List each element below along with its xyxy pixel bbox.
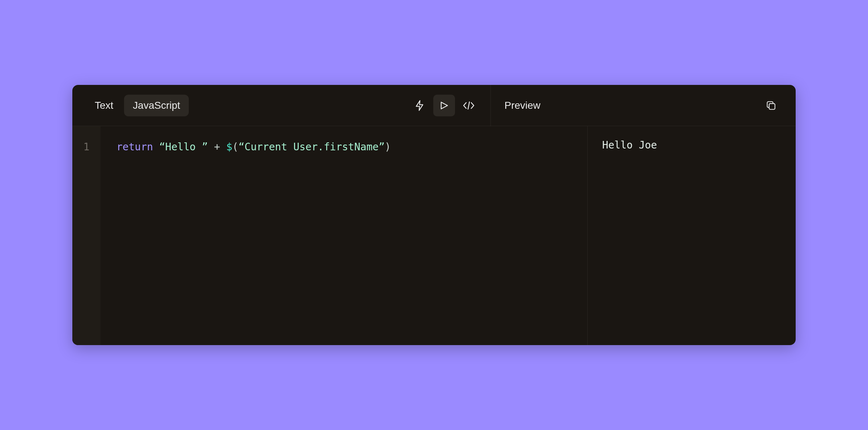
copy-icon[interactable] — [760, 95, 782, 116]
toolbar: Text JavaScript — [72, 85, 796, 126]
tab-javascript[interactable]: JavaScript — [124, 95, 189, 116]
token-operator: + — [214, 141, 220, 153]
toolbar-divider — [490, 85, 491, 126]
line-gutter: 1 — [72, 126, 101, 345]
editor-body: 1 return “Hello ” + $(“Current User.firs… — [72, 126, 796, 345]
token-string: “Current User.firstName” — [238, 141, 385, 153]
play-icon[interactable] — [433, 95, 455, 116]
token-paren: ) — [385, 141, 391, 153]
token-space — [208, 141, 214, 153]
token-space — [220, 141, 226, 153]
toolbar-actions — [409, 95, 480, 116]
code-icon[interactable] — [458, 95, 480, 116]
preview-pane: Hello Joe — [587, 126, 796, 345]
preview-heading: Preview — [505, 100, 541, 111]
code-editor[interactable]: 1 return “Hello ” + $(“Current User.firs… — [72, 126, 587, 345]
bolt-icon[interactable] — [409, 95, 430, 116]
token-keyword: return — [116, 141, 153, 153]
token-space — [153, 141, 159, 153]
code-content[interactable]: return “Hello ” + $(“Current User.firstN… — [101, 126, 587, 345]
mode-tabs: Text JavaScript — [86, 95, 189, 116]
preview-output: Hello Joe — [602, 139, 781, 151]
tab-text[interactable]: Text — [86, 95, 122, 116]
token-function: $ — [226, 141, 232, 153]
token-paren: ( — [232, 141, 238, 153]
token-string: “Hello ” — [159, 141, 208, 153]
svg-rect-0 — [769, 103, 775, 109]
code-editor-window: Text JavaScript — [72, 85, 796, 345]
line-number: 1 — [72, 139, 101, 155]
